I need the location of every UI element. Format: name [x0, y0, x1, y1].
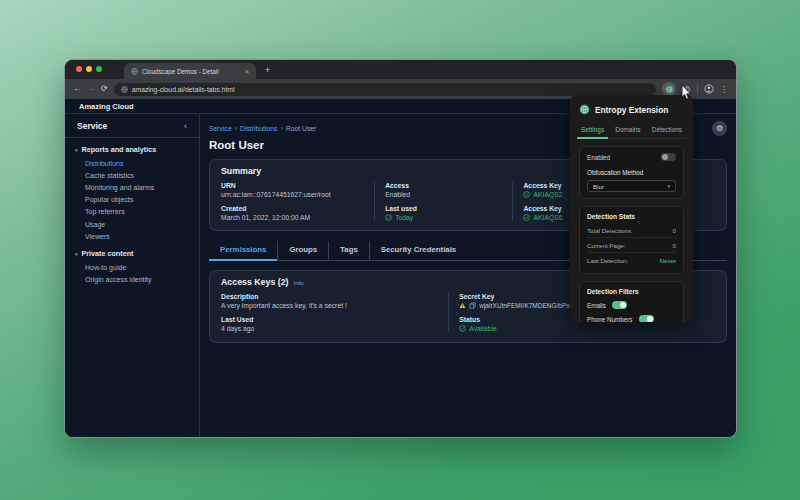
- detection-filters-card: Detection Filters Emails Phone Numbers: [579, 281, 684, 322]
- summary-title: Summary: [221, 166, 261, 176]
- section-expand-icon[interactable]: ▾: [75, 147, 78, 153]
- section-expand-icon[interactable]: ▾: [75, 251, 78, 257]
- gear-icon: ⚙: [716, 124, 723, 133]
- url-text: amazing-cloud.ai/details-tabs.html: [132, 86, 235, 93]
- phone-numbers-toggle[interactable]: [639, 315, 654, 322]
- status-badge: Available: [469, 325, 496, 332]
- desktop-background: Cloudscape Demos - Detail × + ← → ⟳ amaz…: [0, 0, 800, 500]
- maximize-window-button[interactable]: [96, 66, 102, 72]
- minimize-window-button[interactable]: [86, 66, 92, 72]
- urn-field: URN urn:ac:iam::076174451627:user/root: [221, 182, 374, 198]
- copy-icon[interactable]: [469, 302, 476, 309]
- obfuscation-method-label: Obfuscation Method: [587, 169, 676, 176]
- breadcrumb: Service › Distributions › Root User: [209, 125, 316, 132]
- stat-row-last-detection: Last Detection: Never: [587, 253, 676, 267]
- sidebar-item-viewers[interactable]: Viewers: [65, 230, 199, 242]
- address-bar[interactable]: amazing-cloud.ai/details-tabs.html: [114, 83, 656, 96]
- access-keys-title: Access Keys (2): [221, 277, 288, 287]
- stat-row-current-page: Current Page: 0: [587, 238, 676, 253]
- check-circle-icon: [523, 214, 530, 221]
- site-info-globe-icon[interactable]: [121, 86, 128, 93]
- breadcrumb-service-link[interactable]: Service: [209, 125, 232, 132]
- warning-icon: [459, 302, 466, 309]
- sidebar-section-reports[interactable]: ▾ Reports and analytics: [65, 138, 199, 157]
- back-icon[interactable]: ←: [73, 85, 81, 93]
- tab-close-icon[interactable]: ×: [245, 68, 249, 75]
- enabled-label: Enabled: [587, 154, 610, 161]
- sidebar-title: Service: [77, 121, 107, 131]
- entropy-extension-toolbar-icon[interactable]: [662, 82, 676, 96]
- sidebar-header: Service ‹: [65, 114, 199, 138]
- profile-avatar-icon[interactable]: [704, 84, 714, 94]
- sidebar-collapse-icon[interactable]: ‹: [184, 121, 187, 131]
- detection-filters-title: Detection Filters: [587, 288, 676, 295]
- tab-title: Cloudscape Demos - Detail: [142, 68, 241, 75]
- ext-tab-detections[interactable]: Detections: [648, 123, 686, 139]
- settings-gear-button[interactable]: ⚙: [712, 121, 727, 136]
- breadcrumb-current: Root User: [286, 125, 317, 132]
- extension-title: Entropy Extension: [595, 105, 668, 115]
- tab-tags[interactable]: Tags: [328, 241, 369, 261]
- sidebar-item-monitoring-and-alarms[interactable]: Monitoring and alarms: [65, 181, 199, 193]
- description-field: Description A very important access key,…: [221, 293, 448, 309]
- browser-tab[interactable]: Cloudscape Demos - Detail ×: [124, 63, 256, 79]
- key-last-used-field: Last Used 4 days ago: [221, 316, 448, 332]
- check-circle-icon: [459, 325, 466, 332]
- breadcrumb-distributions-link[interactable]: Distributions: [240, 125, 277, 132]
- extension-tabs: Settings Domains Detections: [577, 123, 686, 139]
- ext-tab-settings[interactable]: Settings: [577, 123, 608, 139]
- sidebar-item-usage[interactable]: Usage: [65, 218, 199, 230]
- stat-row-total-detections: Total Detections: 0: [587, 223, 676, 238]
- window-controls: [76, 60, 102, 79]
- check-circle-icon: [385, 214, 392, 221]
- chevron-down-icon: ▾: [667, 183, 670, 189]
- created-field: Created March 01, 2022, 12:00:00 AM: [221, 205, 374, 221]
- sidebar-item-distributions[interactable]: Distributions: [65, 157, 199, 169]
- entropy-extension-popup: Entropy Extension Settings Domains Detec…: [570, 95, 693, 322]
- obfuscation-method-select[interactable]: Blur ▾: [587, 180, 676, 192]
- side-navigation: Service ‹ ▾ Reports and analytics Distri…: [65, 114, 200, 438]
- enabled-toggle[interactable]: [661, 153, 676, 161]
- emails-toggle[interactable]: [612, 301, 627, 309]
- last-used-field: Last used Today: [385, 205, 512, 221]
- tab-security-credentials[interactable]: Security Credentials: [369, 241, 467, 261]
- detection-stats-title: Detection Stats: [587, 213, 676, 220]
- info-link[interactable]: Info: [293, 279, 303, 286]
- sidebar-item-how-to-guide[interactable]: How-to guide: [65, 261, 199, 273]
- filter-row-emails: Emails: [587, 298, 676, 312]
- sidebar-item-origin-access-identity[interactable]: Origin access identity: [65, 274, 199, 286]
- tab-groups[interactable]: Groups: [277, 241, 328, 261]
- extension-settings-card: Enabled Obfuscation Method Blur ▾: [579, 146, 684, 199]
- sidebar-section-private-content[interactable]: ▾ Private content: [65, 242, 199, 261]
- mouse-cursor: [681, 84, 692, 104]
- detection-stats-card: Detection Stats Total Detections: 0 Curr…: [579, 206, 684, 274]
- sidebar-item-top-referrers[interactable]: Top referrers: [65, 206, 199, 218]
- access-field: Access Enabled: [385, 182, 512, 198]
- browser-menu-icon[interactable]: ⋮: [720, 85, 728, 94]
- extension-globe-icon: [579, 104, 590, 115]
- filter-row-phone-numbers: Phone Numbers: [587, 312, 676, 322]
- brand-title: Amazing Cloud: [79, 102, 134, 111]
- toolbar-divider: [697, 84, 698, 94]
- check-circle-icon: [523, 191, 530, 198]
- tab-favicon-globe-icon: [131, 68, 138, 75]
- sidebar-item-cache-statistics[interactable]: Cache statistics: [65, 169, 199, 181]
- forward-icon[interactable]: →: [87, 85, 95, 93]
- browser-tab-strip: Cloudscape Demos - Detail × +: [65, 60, 736, 79]
- new-tab-button[interactable]: +: [265, 65, 270, 75]
- tab-permissions[interactable]: Permissions: [209, 241, 277, 261]
- reload-icon[interactable]: ⟳: [101, 85, 108, 93]
- sidebar-item-popular-objects[interactable]: Popular objects: [65, 194, 199, 206]
- breadcrumb-chevron-icon: ›: [235, 125, 237, 132]
- close-window-button[interactable]: [76, 66, 82, 72]
- ext-tab-domains[interactable]: Domains: [611, 123, 644, 139]
- breadcrumb-chevron-icon: ›: [280, 125, 282, 132]
